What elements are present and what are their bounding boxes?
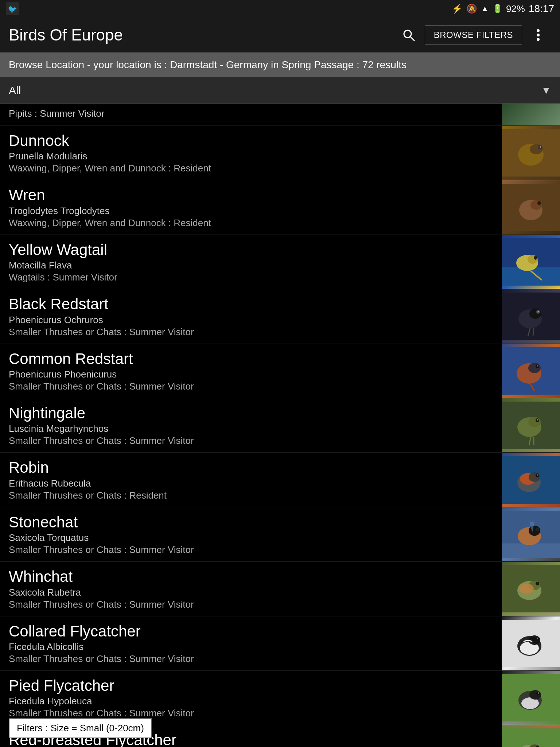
- bird-info: Whinchat Saxicola Rubetra Smaller Thrush…: [0, 562, 502, 616]
- bird-thumbnail: [502, 238, 560, 286]
- bird-name: Common Redstart: [9, 350, 493, 368]
- filters-badge[interactable]: Filters : Size = Small (0-20cm): [9, 718, 152, 738]
- bird-thumbnail: [502, 565, 560, 612]
- battery-icon: 🔋: [493, 4, 502, 13]
- app-bar: Birds Of Europe BROWSE FILTERS: [0, 18, 560, 53]
- browse-filters-button[interactable]: BROWSE FILTERS: [425, 25, 522, 45]
- bird-group-label: Waxwing, Dipper, Wren and Dunnock : Resi…: [9, 217, 493, 229]
- bird-thumbnail: [502, 184, 560, 231]
- list-item[interactable]: Stonechat Saxicola Torquatus Smaller Thr…: [0, 507, 560, 562]
- bird-info: Robin Erithacus Rubecula Smaller Thrushe…: [0, 453, 502, 507]
- svg-point-6: [537, 38, 540, 41]
- list-item[interactable]: Yellow Wagtail Motacilla Flava Wagtails …: [0, 235, 560, 289]
- svg-point-58: [529, 635, 540, 645]
- svg-point-60: [537, 638, 538, 639]
- bird-group-label: Smaller Thrushes or Chats : Summer Visit…: [9, 599, 493, 610]
- more-options-button[interactable]: [525, 22, 551, 48]
- app-title: Birds Of Europe: [9, 26, 390, 44]
- bird-thumbnail: [502, 620, 560, 667]
- bird-info: Yellow Wagtail Motacilla Flava Wagtails …: [0, 235, 502, 289]
- svg-point-44: [537, 474, 538, 476]
- bluetooth-icon: ⚡: [452, 4, 463, 14]
- search-icon: [401, 28, 416, 42]
- svg-point-4: [537, 29, 540, 32]
- app-bar-actions: BROWSE FILTERS: [396, 22, 551, 48]
- bird-group-label: Smaller Thrushes or Chats : Resident: [9, 490, 493, 501]
- bird-name: Stonechat: [9, 513, 493, 531]
- bird-latin: Troglodytes Troglodytes: [9, 205, 493, 217]
- bird-thumbnail: [502, 347, 560, 395]
- bird-image: [502, 289, 560, 343]
- list-item[interactable]: Nightingale Luscinia Megarhynchos Smalle…: [0, 398, 560, 453]
- signal-icon: ▲: [481, 4, 489, 13]
- list-item[interactable]: Black Redstart Phoenicurus Ochruros Smal…: [0, 289, 560, 344]
- svg-point-33: [537, 365, 538, 367]
- svg-point-5: [537, 34, 540, 36]
- search-button[interactable]: [396, 22, 422, 48]
- bird-name: Whinchat: [9, 568, 493, 586]
- bird-image: [502, 104, 560, 125]
- bird-latin: Prunella Modularis: [9, 151, 493, 162]
- bird-latin: Ficedula Albicollis: [9, 641, 493, 653]
- status-bar-right: ⚡ 🔕 ▲ 🔋 92% 18:17: [452, 3, 554, 15]
- bird-image: [502, 398, 560, 452]
- svg-point-28: [538, 311, 539, 312]
- bird-info: Common Redstart Phoenicurus Phoenicurus …: [0, 344, 502, 398]
- list-item[interactable]: Dunnock Prunella Modularis Waxwing, Dipp…: [0, 126, 560, 180]
- list-item[interactable]: Robin Erithacus Rubecula Smaller Thrushe…: [0, 453, 560, 507]
- bird-list: Pipits : Summer Visitor Dunnock Prunella…: [0, 104, 560, 747]
- svg-rect-46: [502, 543, 560, 558]
- svg-point-54: [536, 582, 539, 585]
- svg-point-53: [519, 584, 534, 594]
- location-text: Browse Location - your location is : Dar…: [9, 59, 407, 70]
- battery-percent: 92%: [506, 3, 525, 15]
- category-dropdown[interactable]: All ▼: [0, 77, 560, 104]
- bird-name: Robin: [9, 458, 493, 477]
- bird-name: Dunnock: [9, 132, 493, 150]
- status-bar: 🐦 ⚡ 🔕 ▲ 🔋 92% 18:17: [0, 0, 560, 18]
- list-item[interactable]: Whinchat Saxicola Rubetra Smaller Thrush…: [0, 562, 560, 616]
- dropdown-label: All: [9, 84, 541, 97]
- bird-thumbnail: [502, 728, 560, 747]
- bird-image: [502, 126, 560, 180]
- bird-image: [502, 507, 560, 561]
- bird-image: [502, 616, 560, 670]
- bird-latin: Motacilla Flava: [9, 260, 493, 271]
- bird-info: Nightingale Luscinia Megarhynchos Smalle…: [0, 398, 502, 452]
- bird-info: Pied Flycatcher Ficedula Hypoleuca Small…: [0, 671, 502, 725]
- status-bar-left: 🐦: [6, 2, 19, 15]
- location-banner: Browse Location - your location is : Dar…: [0, 53, 560, 77]
- bird-image: [502, 562, 560, 616]
- bird-group-label: Smaller Thrushes or Chats : Summer Visit…: [9, 326, 493, 338]
- svg-text:🐦: 🐦: [8, 5, 17, 13]
- list-item[interactable]: Common Redstart Phoenicurus Phoenicurus …: [0, 344, 560, 398]
- bird-group-label: Smaller Thrushes or Chats : Summer Visit…: [9, 544, 493, 556]
- bird-group-label: Smaller Thrushes or Chats : Summer Visit…: [9, 653, 493, 665]
- bird-thumbnail: [502, 511, 560, 558]
- bird-latin: Luscinia Megarhynchos: [9, 423, 493, 434]
- list-item[interactable]: Pied Flycatcher Ficedula Hypoleuca Small…: [0, 671, 560, 725]
- bird-latin: Phoenicurus Phoenicurus: [9, 369, 493, 380]
- chevron-down-icon: ▼: [541, 85, 551, 96]
- svg-line-17: [534, 220, 534, 228]
- list-item[interactable]: Wren Troglodytes Troglodytes Waxwing, Di…: [0, 180, 560, 235]
- list-item[interactable]: Pipits : Summer Visitor: [0, 104, 560, 126]
- bird-group-label: Smaller Thrushes or Chats : Summer Visit…: [9, 435, 493, 446]
- bird-info: Stonechat Saxicola Torquatus Smaller Thr…: [0, 507, 502, 561]
- bird-info: Collared Flycatcher Ficedula Albicollis …: [0, 616, 502, 670]
- bird-latin: Saxicola Torquatus: [9, 532, 493, 543]
- bird-thumbnail: [502, 293, 560, 340]
- app-icon: 🐦: [6, 2, 19, 15]
- svg-point-36: [528, 417, 541, 427]
- bird-latin: Erithacus Rubecula: [9, 478, 493, 489]
- bird-info: Dunnock Prunella Modularis Waxwing, Dipp…: [0, 126, 502, 180]
- svg-line-3: [410, 36, 415, 41]
- svg-point-42: [529, 472, 540, 482]
- bird-image: [502, 453, 560, 507]
- list-item[interactable]: Collared Flycatcher Ficedula Albicollis …: [0, 616, 560, 671]
- bird-thumbnail: [502, 674, 560, 721]
- svg-rect-67: [502, 728, 560, 747]
- filters-text: Filters : Size = Small (0-20cm): [17, 723, 144, 734]
- bird-info: Wren Troglodytes Troglodytes Waxwing, Di…: [0, 180, 502, 234]
- svg-point-49: [536, 527, 539, 531]
